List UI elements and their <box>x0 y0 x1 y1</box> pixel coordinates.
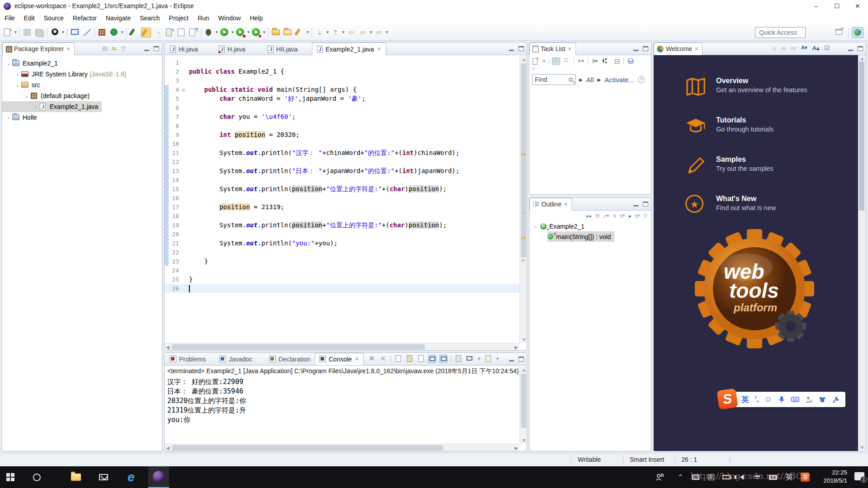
close-icon[interactable]: ✕ <box>694 46 698 52</box>
view-menu-icon[interactable]: ▽ <box>644 213 647 219</box>
run-icon[interactable] <box>220 28 230 38</box>
user-dropdown[interactable]: ▼ <box>61 28 65 38</box>
tab-outline[interactable]: ⁝☰ Outline✕ <box>529 198 572 211</box>
code-line-23[interactable]: 23 } <box>165 257 519 266</box>
code-line-12[interactable]: 12 <box>165 157 519 166</box>
hidden-icons-button[interactable]: ⌃ <box>673 466 688 488</box>
find-input[interactable]: Find <box>532 74 576 85</box>
file-explorer-button[interactable] <box>66 466 86 488</box>
java-perspective-icon[interactable] <box>852 27 863 38</box>
run-dropdown[interactable]: ▼ <box>231 28 235 38</box>
keyboard-icon[interactable] <box>791 396 799 403</box>
code-line-22[interactable]: 22 <box>165 248 519 257</box>
focus-workweek-icon[interactable]: ●● <box>577 57 585 65</box>
back-history-icon[interactable]: ⇦ <box>346 28 356 38</box>
menu-project[interactable]: Project <box>165 13 193 23</box>
menu-source[interactable]: Source <box>39 13 68 23</box>
code-line-4[interactable]: 4⊖ public static void main(String[] args… <box>165 85 519 94</box>
activate-expander-icon[interactable]: ▶ <box>597 77 601 82</box>
code-line-9[interactable]: 9 int position = 20320; <box>165 130 519 139</box>
view-menu-icon[interactable]: ▽ <box>121 45 126 52</box>
next-edit-icon[interactable]: ⇢ <box>153 28 163 38</box>
tab-task-list[interactable]: Task List✕ <box>529 42 576 55</box>
menu-file[interactable]: File <box>0 13 19 23</box>
menu-navigate[interactable]: Navigate <box>101 13 135 23</box>
expand-arrow-icon[interactable]: ⌄ <box>5 61 12 66</box>
people-button[interactable] <box>651 466 669 488</box>
code-editor[interactable]: 12public class Example2_1 {34⊖ public st… <box>165 56 519 343</box>
synchronize-icon[interactable]: ⛁ <box>627 57 635 65</box>
editor-tab-hii-java[interactable]: HII.java <box>263 42 302 56</box>
welcome-whatsnew-item[interactable]: ★ What's NewFind out what is new <box>685 195 776 214</box>
mail-button[interactable] <box>93 466 114 488</box>
outline-method-row[interactable]: s main(String[]) : void <box>547 231 614 242</box>
close-icon[interactable]: ✕ <box>564 202 568 207</box>
open-perspective-icon[interactable] <box>834 27 846 38</box>
clear-console-icon[interactable] <box>394 355 402 363</box>
profile-icon[interactable] <box>251 28 261 38</box>
code-line-19[interactable]: 19 System.out.println(position+"位置上的字符是:… <box>165 221 519 230</box>
code-line-10[interactable]: 10 <box>165 139 519 148</box>
expand-arrow-icon[interactable]: ⌄ <box>14 82 21 88</box>
tree-item-src[interactable]: ⌄src <box>2 80 162 90</box>
tab-welcome[interactable]: Welcome✕ <box>654 42 703 55</box>
hide-non-public-icon[interactable]: ● <box>628 213 632 219</box>
expand-arrow-icon[interactable]: › <box>14 71 21 77</box>
save-icon[interactable] <box>23 28 33 38</box>
console-tab-javadoc[interactable]: Javadoc <box>215 353 256 365</box>
tree-item-jre-system-library[interactable]: ›JRE System Library[JavaSE-1.8] <box>2 69 162 80</box>
expand-arrow-icon[interactable]: › <box>5 115 12 120</box>
new-class-icon[interactable] <box>109 28 119 38</box>
menu-refactor[interactable]: Refactor <box>68 13 101 23</box>
user-icon[interactable] <box>805 396 813 403</box>
sort-icon[interactable]: ↓ᵃᶻ <box>603 213 609 219</box>
tree-item-example2-1-java[interactable]: ›Example2_1.java <box>2 101 102 112</box>
hide-static-icon[interactable]: ⦸ˢ <box>620 213 625 219</box>
tree-item--default-package-[interactable]: ⌄(default package) <box>2 90 162 101</box>
editor-tab-hi-java[interactable]: Hi.java <box>165 42 203 56</box>
code-line-20[interactable]: 20 <box>165 230 519 239</box>
tree-item-holle[interactable]: ›Holle <box>2 112 162 123</box>
minimize-view-icon[interactable] <box>633 50 638 51</box>
maximize-view-icon[interactable] <box>643 46 648 51</box>
open-resource-icon[interactable] <box>283 28 293 38</box>
remove-launch-icon[interactable] <box>368 355 376 363</box>
hide-completed-icon[interactable]: ✂ <box>591 57 599 65</box>
open-console-dropdown[interactable]: ▼ <box>495 357 500 361</box>
expand-arrow-icon[interactable]: › <box>32 104 39 109</box>
new-class-dropdown[interactable]: ▼ <box>120 28 124 38</box>
close-icon[interactable]: ✕ <box>377 46 381 52</box>
close-icon[interactable]: ✕ <box>66 46 71 52</box>
paragraph-icon[interactable]: ¶ <box>188 28 198 38</box>
maximize-view-icon[interactable] <box>643 202 648 206</box>
group-by-icon[interactable]: ⑆ <box>602 57 610 65</box>
back-icon[interactable]: ⇦ <box>781 45 786 52</box>
font-increase-icon[interactable]: A▴ <box>812 45 819 52</box>
status-overflow-icon[interactable]: ⋮ <box>727 456 733 463</box>
display-console-dropdown[interactable]: ▼ <box>477 357 481 361</box>
menu-help[interactable]: Help <box>245 13 268 23</box>
back-icon[interactable]: ⇦ <box>358 28 368 38</box>
editor-horizontal-scrollbar[interactable]: ◀ ▶ <box>165 343 519 350</box>
code-line-17[interactable]: 17 position = 21319; <box>165 202 519 211</box>
new-wizard-icon[interactable]: ✦ <box>3 28 13 38</box>
new-task-dropdown[interactable]: ▼ <box>542 59 546 63</box>
sogou-ime-bar[interactable]: S 英 ’, ☺ <box>721 392 845 407</box>
open-console-icon[interactable] <box>70 28 80 38</box>
editor-tab-example2-1-java[interactable]: Example2_1.java✕ <box>312 42 386 56</box>
maximize-editor-icon[interactable] <box>519 46 524 51</box>
code-line-13[interactable]: 13 System.out.println("日本： "+japanWord+"… <box>165 166 519 175</box>
customize-icon[interactable]: ☑ <box>824 45 830 52</box>
code-line-26[interactable]: 26 <box>165 284 519 293</box>
expand-arrow-icon[interactable]: ⌄ <box>23 93 30 99</box>
welcome-scrollbar[interactable]: ▲ ▼ <box>858 55 866 451</box>
outline-class-row[interactable]: ⌄ Example2_1 <box>532 221 651 231</box>
ime-language-label[interactable]: 英 <box>741 394 749 405</box>
show-on-output-icon[interactable] <box>428 355 436 363</box>
maximize-view-icon[interactable] <box>858 46 863 51</box>
code-line-18[interactable]: 18 <box>165 211 519 221</box>
link-editor-icon[interactable]: ⇆ <box>112 45 117 52</box>
collapse-all-icon[interactable]: ⊟ <box>595 213 599 219</box>
new-task-icon[interactable]: ≡ <box>165 28 175 38</box>
editor-vertical-scrollbar[interactable]: ▲ ▼ <box>519 56 527 343</box>
